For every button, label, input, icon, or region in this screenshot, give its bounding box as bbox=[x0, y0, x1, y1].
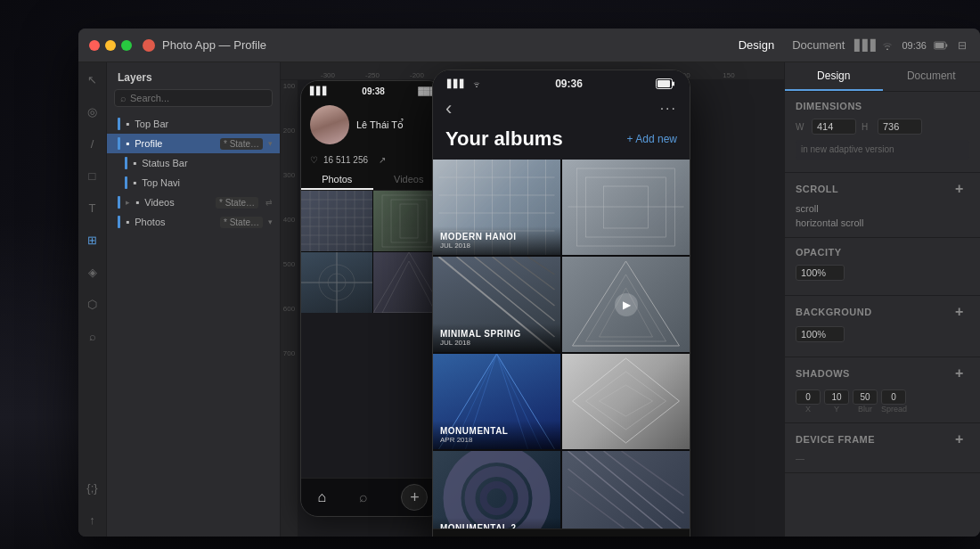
shadow-spread-label: Spread bbox=[881, 405, 907, 414]
title-bar-center: Photo App — Profile bbox=[143, 38, 266, 52]
minimize-button[interactable] bbox=[105, 40, 116, 51]
shadow-spread-input[interactable] bbox=[881, 389, 906, 405]
width-input[interactable] bbox=[812, 119, 856, 135]
layers-icon[interactable]: ⊞ bbox=[83, 230, 102, 250]
ruler-mark-v: 500 bbox=[283, 258, 295, 303]
shadow-blur-label: Blur bbox=[853, 405, 878, 414]
chevron-icon: ▾ bbox=[268, 139, 273, 148]
pen-icon[interactable]: / bbox=[83, 134, 102, 153]
layers-search-input[interactable] bbox=[130, 93, 266, 103]
back-name: Lê Thái Tổ bbox=[356, 119, 404, 131]
tab-photos[interactable]: Photos bbox=[301, 168, 373, 190]
rect-icon[interactable]: □ bbox=[83, 166, 102, 185]
album-monumental-2[interactable]: MONUMENTAL 2 MAR 2018 bbox=[433, 451, 560, 537]
background-label: BACKGROUND + bbox=[796, 305, 969, 319]
grid-photo-1 bbox=[301, 191, 372, 251]
menu-document[interactable]: Document bbox=[792, 38, 845, 52]
components-icon[interactable]: ◈ bbox=[83, 262, 102, 282]
opacity-section: OPACITY bbox=[785, 238, 980, 296]
album-modern-hanoi[interactable]: MODERN HANOI JUL 2018 bbox=[433, 160, 560, 255]
svg-rect-24 bbox=[657, 80, 670, 87]
chevron-icon: ▾ bbox=[268, 217, 273, 226]
layer-photos[interactable]: ▪ Photos * State… ▾ bbox=[107, 212, 280, 232]
album-8[interactable] bbox=[562, 451, 690, 537]
chevron-icon: ▸ bbox=[126, 198, 130, 207]
layer-profile[interactable]: ▪ Profile * State… ▾ bbox=[107, 134, 280, 153]
zoom-icon[interactable]: ◎ bbox=[83, 102, 102, 121]
layer-videos[interactable]: ▸ ▪ Videos * State… ⇄ bbox=[107, 193, 280, 212]
ruler-mark-v: 100 bbox=[283, 80, 295, 125]
layer-label: Photos bbox=[135, 217, 215, 227]
title-bar: Photo App — Profile Design Document ▋▋▋ … bbox=[78, 29, 980, 62]
layer-label: Profile bbox=[135, 138, 215, 149]
albums-title: Your albums bbox=[445, 127, 563, 151]
play-icon: ▶ bbox=[623, 299, 631, 311]
album-2[interactable] bbox=[562, 160, 690, 255]
add-new-button[interactable]: + Add new bbox=[627, 133, 677, 145]
shadows-row: X Y Blur Spread bbox=[796, 388, 969, 414]
back-time: 09:38 bbox=[362, 86, 385, 96]
back-photo-grid bbox=[301, 191, 445, 313]
code-icon[interactable]: {;} bbox=[83, 478, 102, 497]
background-add-button[interactable]: + bbox=[955, 305, 969, 319]
album-6[interactable] bbox=[562, 354, 690, 449]
app-window: Photo App — Profile Design Document ▋▋▋ … bbox=[78, 29, 980, 537]
layer-top-navi[interactable]: ▪ Top Navi bbox=[107, 173, 280, 193]
svg-line-44 bbox=[510, 257, 555, 290]
maximize-button[interactable] bbox=[121, 40, 132, 51]
right-panel-tabs: Design Document bbox=[785, 62, 980, 92]
ruler-mark: -300 bbox=[306, 71, 350, 79]
play-button[interactable]: ▶ bbox=[615, 293, 638, 316]
tab-design[interactable]: Design bbox=[785, 62, 883, 91]
back-nav: ⌂ ⌕ + bbox=[301, 478, 445, 516]
add-nav-button[interactable]: + bbox=[401, 484, 428, 511]
album-overlay: MINIMAL SPRING JUL 2018 bbox=[433, 324, 560, 352]
window-title: Photo App — Profile bbox=[162, 38, 266, 52]
device-frame-minus[interactable]: — bbox=[796, 454, 804, 463]
album-minimal-spring[interactable]: MINIMAL SPRING JUL 2018 bbox=[433, 257, 560, 352]
svg-line-55 bbox=[568, 451, 684, 537]
plugins-icon[interactable]: ⬡ bbox=[83, 294, 102, 314]
layer-top-bar[interactable]: ▪ Top Bar bbox=[107, 114, 280, 134]
device-frame-add-button[interactable]: + bbox=[955, 432, 969, 447]
svg-rect-17 bbox=[391, 200, 427, 242]
home-nav-icon[interactable]: ⌂ bbox=[318, 489, 327, 505]
albums-status-bar: ▋▋▋ 09:36 bbox=[433, 70, 690, 94]
back-button[interactable]: ‹ bbox=[445, 97, 452, 120]
search-nav-icon[interactable]: ⌕ bbox=[359, 489, 368, 505]
text-icon[interactable]: T bbox=[83, 198, 102, 217]
layers-search-box[interactable]: ⌕ bbox=[114, 89, 273, 107]
shadow-blur-input[interactable] bbox=[853, 389, 878, 405]
back-stats: ♡ 16 511 256 ↗ bbox=[301, 152, 445, 168]
cursor-icon[interactable]: ↖ bbox=[83, 70, 102, 89]
layers-header: Layers bbox=[107, 62, 280, 89]
app-icon bbox=[143, 39, 155, 52]
close-button[interactable] bbox=[89, 40, 100, 51]
height-input[interactable] bbox=[878, 119, 922, 135]
signal-bars: ▋▋▋ bbox=[447, 79, 482, 88]
more-button[interactable]: ··· bbox=[660, 101, 677, 117]
layer-icon: ▪ bbox=[126, 216, 129, 228]
scroll-label: SCROLL + bbox=[796, 182, 969, 196]
album-overlay: MODERN HANOI JUL 2018 bbox=[433, 226, 560, 255]
scroll-add-button[interactable]: + bbox=[955, 182, 969, 196]
layer-status-bar[interactable]: ▪ Status Bar bbox=[107, 153, 280, 173]
shadow-x-input[interactable] bbox=[796, 389, 821, 405]
album-4[interactable]: ▶ bbox=[562, 257, 690, 352]
layout-icon[interactable]: ⊟ bbox=[955, 38, 969, 53]
opacity-input[interactable] bbox=[796, 265, 845, 281]
signal-icon-modal: ▋▋▋ bbox=[447, 79, 466, 88]
ruler-mark: 150 bbox=[706, 71, 751, 79]
wifi-icon-modal bbox=[471, 80, 482, 87]
background-row bbox=[796, 326, 969, 342]
shadow-y-input[interactable] bbox=[824, 389, 849, 405]
search-side-icon[interactable]: ⌕ bbox=[83, 326, 102, 346]
album-monumental[interactable]: MONUMENTAL APR 2018 bbox=[433, 354, 560, 449]
tab-document[interactable]: Document bbox=[883, 62, 981, 91]
export-icon[interactable]: ↑ bbox=[83, 510, 102, 529]
back-avatar bbox=[310, 105, 349, 144]
menu-design[interactable]: Design bbox=[739, 38, 774, 52]
shadows-add-button[interactable]: + bbox=[955, 366, 969, 381]
status-time-top: 09:36 bbox=[902, 40, 927, 51]
background-opacity-input[interactable] bbox=[796, 326, 845, 342]
